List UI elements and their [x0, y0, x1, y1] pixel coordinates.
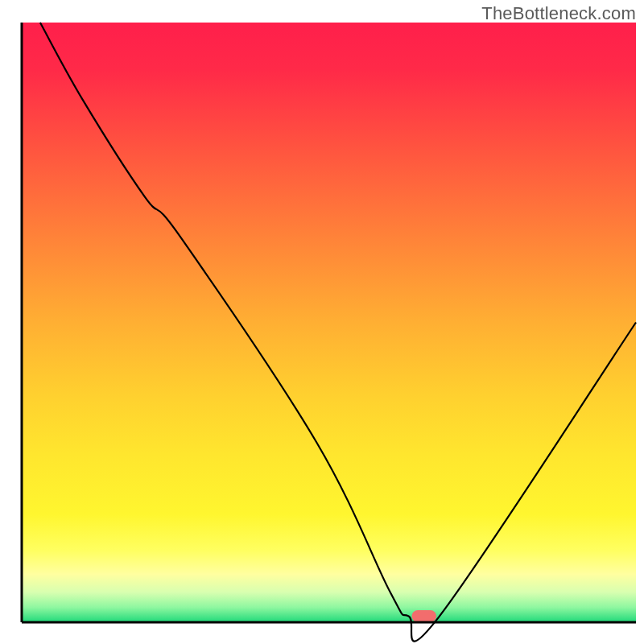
chart-svg	[0, 0, 644, 644]
optimal-marker	[412, 610, 437, 622]
plot-background	[22, 23, 636, 622]
bottleneck-chart: TheBottleneck.com	[0, 0, 644, 644]
watermark-text: TheBottleneck.com	[481, 3, 636, 24]
